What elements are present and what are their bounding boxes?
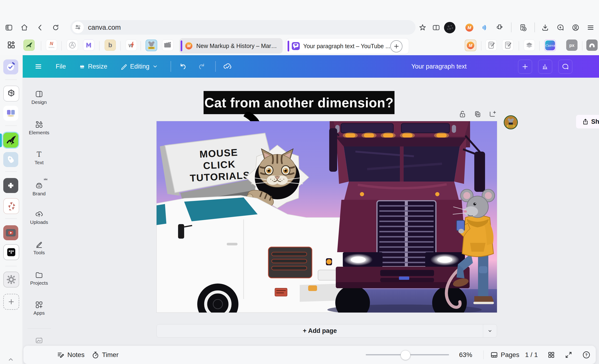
app-tidal-icon[interactable]	[3, 244, 19, 260]
resize-menu[interactable]: Resize	[79, 55, 107, 78]
add-page-dropdown[interactable]	[483, 324, 497, 337]
favicon-ring-logo[interactable]	[67, 40, 78, 51]
favicon-markup-right[interactable]: M	[465, 40, 476, 51]
design-page[interactable]: MOUSE CLICK TUTORIALS	[157, 121, 497, 312]
notes-button[interactable]: Notes	[57, 351, 84, 359]
cookie-avatar-icon[interactable]	[444, 22, 456, 34]
split-view-icon[interactable]	[431, 22, 441, 33]
favicon-clapper[interactable]	[162, 40, 173, 51]
sidebar-item-brand[interactable]: co Brand	[22, 177, 56, 196]
wave-extension-icon[interactable]	[479, 22, 490, 33]
help-button[interactable]: ?	[582, 351, 590, 359]
reload-icon[interactable]	[51, 22, 61, 33]
grid-view-button[interactable]	[547, 351, 555, 359]
editing-mode-menu[interactable]: Editing	[120, 55, 158, 78]
tab-markup-history[interactable]: M New Markup & History – Markup...	[179, 38, 283, 53]
app-controller-icon[interactable]	[3, 178, 18, 193]
browser-chrome: canva.com M	[0, 0, 599, 55]
sidebar-item-text[interactable]: T Text	[22, 150, 56, 165]
timer-button[interactable]: Timer	[92, 351, 119, 359]
divider	[41, 41, 41, 51]
svg-text:T: T	[37, 150, 41, 158]
sidebar-item-elements[interactable]: Elements	[22, 121, 56, 135]
favicon-px[interactable]: px	[566, 40, 577, 51]
zoom-level[interactable]: 63%	[459, 351, 472, 359]
divider	[215, 61, 216, 72]
invite-plus-button[interactable]	[518, 60, 532, 74]
favicon-s-curve[interactable]	[586, 40, 598, 51]
download-icon[interactable]	[540, 22, 550, 33]
favicon-canva-app[interactable]: Canva	[544, 40, 556, 51]
sidebar-item-tools[interactable]: Tools	[22, 241, 56, 255]
favicon-n[interactable]: NWWNo	[46, 40, 57, 51]
comments-button[interactable]	[558, 60, 572, 74]
add-app-button[interactable]	[3, 294, 19, 310]
add-page-button[interactable]: + Add page	[157, 324, 497, 338]
lock-toggle-icon[interactable]	[458, 110, 467, 118]
browser-menu-icon[interactable]	[585, 22, 596, 33]
pages-toggle[interactable]: Pages	[490, 351, 519, 359]
app-scribble-active-icon[interactable]	[3, 133, 18, 147]
favicon-b[interactable]: b	[105, 40, 116, 51]
zoom-slider-thumb[interactable]	[401, 350, 410, 360]
sidebar-item-design[interactable]: Design	[22, 90, 56, 104]
share-button[interactable]: Share	[576, 115, 599, 129]
design-icon	[35, 90, 43, 98]
app-settings-gear-icon[interactable]	[3, 272, 19, 287]
sidebar-toggle-icon[interactable]	[4, 22, 14, 33]
dock-collapse-chevron[interactable]	[7, 356, 15, 363]
favicon-canva-doc[interactable]	[23, 40, 35, 51]
note-add-icon[interactable]	[518, 22, 528, 33]
new-tab-button[interactable]	[390, 40, 403, 52]
sidebar-item-projects[interactable]: Projects	[22, 271, 56, 286]
markup-extension-icon[interactable]: M	[464, 22, 475, 33]
bookmark-star-icon[interactable]	[417, 22, 428, 33]
redo-button[interactable]	[198, 55, 206, 78]
fullscreen-button[interactable]	[565, 351, 572, 359]
undo-button[interactable]	[179, 55, 187, 78]
editor-menu-icon[interactable]	[35, 55, 43, 78]
app-shatter-icon[interactable]	[3, 198, 19, 214]
share-icon	[582, 118, 589, 125]
favicon-mouse-tutorials[interactable]	[146, 40, 157, 51]
favicon-m-purple[interactable]	[83, 40, 94, 51]
document-title[interactable]: Your paragraph text	[411, 55, 467, 78]
pages-icon	[490, 351, 498, 359]
favicon-layers[interactable]	[524, 40, 535, 51]
apps-grid-icon[interactable]	[6, 40, 16, 50]
app-cards-icon[interactable]	[3, 106, 18, 121]
app-chatgpt-icon[interactable]	[3, 86, 19, 102]
notes-icon	[57, 351, 65, 359]
divider	[534, 22, 535, 32]
sidebar-item-uploads[interactable]: Uploads	[22, 210, 56, 225]
app-youtube-icon[interactable]	[3, 225, 18, 240]
divider	[99, 41, 99, 51]
duplicate-page-icon[interactable]	[473, 110, 482, 118]
tab-title: Your paragraph text – YouTube ...	[303, 43, 394, 50]
sidebar-item-apps[interactable]: Apps	[22, 301, 56, 315]
favicon-w-bolt[interactable]: w	[126, 40, 137, 51]
svg-text:px: px	[569, 43, 575, 48]
favicon-doc-pen-2[interactable]	[502, 40, 513, 51]
page-count: 1 / 1	[525, 351, 538, 359]
add-page-icon[interactable]	[488, 110, 496, 118]
divider	[61, 41, 62, 51]
home-icon[interactable]	[19, 22, 29, 33]
address-bar[interactable]: canva.com	[70, 20, 415, 35]
favicon-doc-pen-1[interactable]	[485, 40, 497, 51]
site-settings-icon[interactable]	[72, 22, 84, 33]
url-text[interactable]: canva.com	[88, 24, 121, 31]
back-icon[interactable]	[35, 22, 45, 33]
insights-chart-button[interactable]	[538, 60, 552, 74]
flash-bubble-icon[interactable]	[555, 22, 565, 33]
app-check-icon[interactable]	[3, 60, 18, 74]
tab-favicon-markup: M	[185, 42, 193, 50]
file-menu[interactable]: File	[56, 55, 66, 78]
uploads-icon	[35, 210, 43, 218]
profile-icon[interactable]	[571, 22, 581, 33]
extensions-puzzle-icon[interactable]	[494, 22, 505, 33]
app-tag-icon[interactable]	[3, 152, 18, 167]
divider	[5, 218, 17, 219]
headline-text-element[interactable]: Cat from another dimension?	[203, 91, 395, 114]
account-avatar[interactable]	[504, 115, 518, 129]
